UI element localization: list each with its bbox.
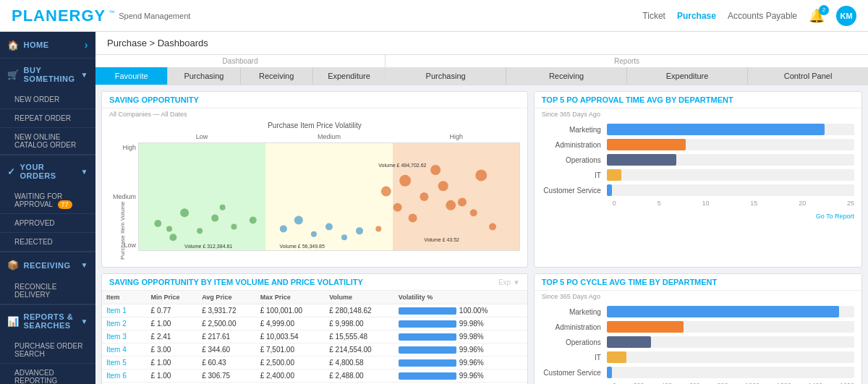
top5-cycle-header: TOP 5 PO CYCLE AVG TIME BY DEPARTMENT bbox=[535, 274, 861, 291]
ticket-link[interactable]: Ticket bbox=[642, 11, 665, 21]
svg-text:Volume £ 56,349.85: Volume £ 56,349.85 bbox=[280, 244, 325, 249]
saving-opp-title: SAVING OPPORTUNITY bbox=[109, 95, 199, 104]
x-tick-5: 5 bbox=[658, 200, 661, 207]
sidebar-item-online-catalog[interactable]: NEW ONLINE CATALOG ORDER bbox=[0, 128, 95, 155]
mini-bar-fill bbox=[399, 372, 456, 380]
y-label-medium: Medium bbox=[106, 193, 136, 200]
mini-bar-track bbox=[399, 307, 456, 315]
table-row: Item 5 £ 1.00 £ 60.43 £ 2,500.00 £ 4,800… bbox=[102, 357, 527, 370]
purchase-link[interactable]: Purchase bbox=[677, 11, 716, 21]
item-link[interactable]: Item 6 bbox=[102, 370, 147, 383]
accounts-payable-link[interactable]: Accounts Payable bbox=[728, 11, 797, 21]
sidebar-item-your-orders[interactable]: ✓ YOUR ORDERS ▼ bbox=[0, 155, 95, 187]
cycle-bar-row-admin: Administration bbox=[542, 321, 854, 333]
collapse-icon[interactable]: › bbox=[85, 39, 88, 51]
avg-price: £ 3,931.72 bbox=[197, 304, 255, 317]
cycle-bar-track-ops bbox=[607, 336, 854, 348]
savings-table: Item Min Price Avg Price Max Price Volum… bbox=[102, 291, 527, 384]
expand-icon[interactable]: Exp ▼ bbox=[498, 278, 520, 286]
tab-favourite[interactable]: Favourite bbox=[95, 67, 168, 85]
tab-control-panel[interactable]: Control Panel bbox=[748, 67, 868, 85]
sidebar-item-receiving[interactable]: 📦 RECEIVING ▼ bbox=[0, 252, 95, 278]
sidebar-home-label: HOME bbox=[24, 40, 49, 49]
cycle-bar-track-it bbox=[607, 351, 854, 363]
top5-approval-panel: TOP 5 PO APPROVAL TIME AVG BY DEPARTMENT… bbox=[534, 91, 862, 268]
notification-bell[interactable]: 🔔 2 bbox=[809, 8, 825, 24]
item-link[interactable]: Item 4 bbox=[102, 344, 147, 357]
svg-point-25 bbox=[446, 200, 456, 210]
item-link[interactable]: Item 3 bbox=[102, 330, 147, 344]
reports-icon: 📊 bbox=[7, 316, 20, 327]
tab-receiving-dash[interactable]: Receiving bbox=[241, 67, 313, 85]
svg-point-18 bbox=[438, 181, 448, 191]
cycle-bar-label-admin: Administration bbox=[542, 323, 607, 331]
tab-expenditure-rep[interactable]: Expenditure bbox=[627, 67, 748, 85]
tab-purchasing-rep[interactable]: Purchasing bbox=[386, 67, 506, 85]
avg-price: £ 60.43 bbox=[197, 357, 255, 370]
svg-point-13 bbox=[341, 234, 347, 240]
min-price: £ 0.77 bbox=[147, 304, 198, 317]
volatility-cell: 99.96% bbox=[394, 370, 527, 383]
top5-cycle-chart: Marketing Administration O bbox=[535, 302, 861, 384]
logo-subtitle: Spend Management bbox=[119, 12, 190, 20]
cycle-bar-label-marketing: Marketing bbox=[542, 308, 607, 316]
sidebar-item-home[interactable]: 🏠 HOME › bbox=[0, 32, 95, 58]
svg-point-5 bbox=[231, 223, 237, 229]
top5-cycle-title: TOP 5 PO CYCLE AVG TIME BY DEPARTMENT bbox=[542, 278, 717, 286]
item-link[interactable]: Item 1 bbox=[102, 304, 147, 317]
svg-text:Volume £ 43.52: Volume £ 43.52 bbox=[424, 237, 459, 242]
avatar[interactable]: KM bbox=[836, 6, 856, 26]
top-row: SAVING OPPORTUNITY All Companies — All D… bbox=[101, 91, 862, 268]
volatility-label: 99.98% bbox=[459, 333, 484, 341]
cycle-bar-fill-ops bbox=[607, 336, 652, 348]
go-to-report-approval[interactable]: Go To Report bbox=[535, 210, 861, 222]
sidebar-item-rejected[interactable]: REJECTED bbox=[0, 233, 95, 252]
bar-track-ops bbox=[607, 154, 854, 166]
sidebar-item-po-search[interactable]: PURCHASE ORDER SEARCH bbox=[0, 337, 95, 364]
volume: £ 2,488.00 bbox=[325, 370, 394, 383]
sidebar-item-approved[interactable]: APPROVED bbox=[0, 214, 95, 233]
sidebar-item-reports[interactable]: 📊 REPORTS & SEARCHES ▼ bbox=[0, 305, 95, 337]
bar-track-admin bbox=[607, 139, 854, 150]
volatility-label: 99.96% bbox=[459, 372, 484, 380]
volatility-cell: 100.00% bbox=[394, 304, 527, 317]
svg-point-3 bbox=[197, 228, 203, 234]
top5-cycle-subtitle: Since 365 Days Ago bbox=[535, 291, 861, 302]
volume: £ 9,998.00 bbox=[325, 317, 394, 330]
sidebar-item-advanced-reporting[interactable]: ADVANCED REPORTING bbox=[0, 364, 95, 384]
bar-label-ops: Operations bbox=[542, 156, 607, 164]
approval-badge: 77 bbox=[58, 200, 72, 209]
tab-receiving-rep[interactable]: Receiving bbox=[506, 67, 627, 85]
sidebar-item-waiting-approval[interactable]: WAITING FOR APPROVAL 77 bbox=[0, 187, 95, 214]
sidebar-section-receiving: 📦 RECEIVING ▼ RECONCILE DELIVERY bbox=[0, 252, 95, 305]
svg-point-10 bbox=[294, 216, 303, 225]
bar-label-it: IT bbox=[542, 171, 607, 179]
sidebar-item-new-order[interactable]: NEW ORDER bbox=[0, 90, 95, 109]
svg-point-24 bbox=[409, 214, 417, 223]
sidebar-section-reports: 📊 REPORTS & SEARCHES ▼ PURCHASE ORDER SE… bbox=[0, 305, 95, 384]
sidebar-item-reconcile[interactable]: RECONCILE DELIVERY bbox=[0, 278, 95, 304]
table-row: Item 4 £ 3.00 £ 344.60 £ 7,501.00 £ 214,… bbox=[102, 344, 527, 357]
sidebar-section-home: 🏠 HOME › bbox=[0, 32, 95, 59]
mini-bar-track bbox=[399, 320, 456, 328]
top5-approval-subtitle: Since 365 Days Ago bbox=[535, 108, 861, 120]
zone-low-label: Low bbox=[138, 133, 265, 140]
savings-table-header: SAVING OPPORTUNITY BY ITEM VOLUME AND PR… bbox=[102, 274, 527, 291]
cycle-bar-track-admin bbox=[607, 321, 854, 333]
volatility-label: 99.96% bbox=[459, 359, 484, 367]
tabs-area: Dashboard Favourite Purchasing Receiving… bbox=[95, 55, 868, 85]
tab-purchasing-dash[interactable]: Purchasing bbox=[168, 67, 240, 85]
mini-bar-fill bbox=[399, 320, 456, 328]
item-link[interactable]: Item 2 bbox=[102, 317, 147, 330]
sidebar-item-buy-something[interactable]: 🛒 BUY SOMETHING ▼ bbox=[0, 59, 95, 90]
chart-title: Purchase Item Price Volatility bbox=[102, 121, 527, 129]
item-link[interactable]: Item 5 bbox=[102, 357, 147, 370]
tab-expenditure-dash[interactable]: Expenditure bbox=[313, 67, 385, 85]
top5-approval-chart: Marketing Administration O bbox=[535, 120, 861, 210]
svg-point-20 bbox=[475, 169, 487, 181]
chevron-down-icon-4: ▼ bbox=[81, 317, 88, 325]
sidebar-item-repeat-order[interactable]: REPEAT ORDER bbox=[0, 109, 95, 128]
logo: PLANERGY bbox=[12, 7, 106, 25]
sidebar-section-buy: 🛒 BUY SOMETHING ▼ NEW ORDER REPEAT ORDER… bbox=[0, 59, 95, 155]
zone-medium-label: Medium bbox=[265, 133, 393, 140]
